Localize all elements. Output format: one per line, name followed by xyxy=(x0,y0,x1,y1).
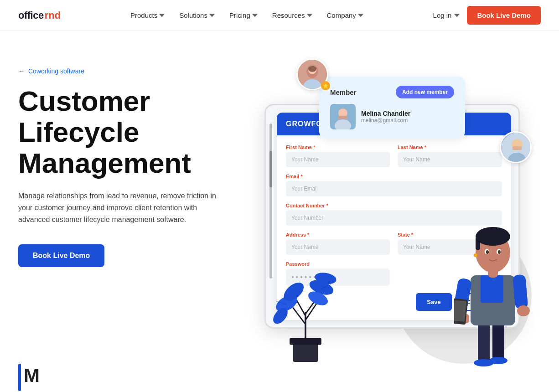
member-email: melina@gmail.com xyxy=(361,117,410,124)
logo[interactable]: officernd xyxy=(18,10,61,21)
last-name-input[interactable] xyxy=(398,152,502,167)
svg-point-32 xyxy=(489,357,507,364)
chevron-down-icon xyxy=(209,13,215,18)
logo-office: office xyxy=(18,10,44,21)
svg-rect-29 xyxy=(478,321,490,362)
second-avatar xyxy=(500,131,532,163)
plant-svg xyxy=(260,262,351,362)
svg-point-45 xyxy=(477,227,509,242)
svg-rect-14 xyxy=(290,338,321,345)
form-group-firstname: First Name * xyxy=(286,144,390,167)
nav-item-pricing[interactable]: Pricing xyxy=(229,11,258,19)
add-member-button[interactable]: Add new member xyxy=(396,86,454,98)
scroll-indicator xyxy=(269,124,272,279)
nav-item-products[interactable]: Products xyxy=(130,11,165,19)
top-avatar-container: ⭐ xyxy=(296,58,328,90)
nav-item-company[interactable]: Company xyxy=(327,11,363,19)
address-label: Address * xyxy=(286,232,390,237)
member-info: Melina Chandler melina@gmail.com xyxy=(361,110,410,124)
hero-cta-button[interactable]: Book Live Demo xyxy=(18,244,104,267)
chevron-down-icon xyxy=(159,13,165,18)
nav-item-solutions[interactable]: Solutions xyxy=(179,11,215,19)
svg-rect-44 xyxy=(476,237,480,250)
logo-rnd: rnd xyxy=(45,10,61,21)
svg-rect-34 xyxy=(481,275,503,303)
hero-left: ← Coworking software Customer Lifecycle … xyxy=(18,58,246,373)
svg-point-50 xyxy=(474,253,477,257)
svg-point-49 xyxy=(498,250,501,254)
chevron-down-icon xyxy=(358,13,363,18)
breadcrumb-arrow: ← xyxy=(18,67,25,75)
svg-rect-12 xyxy=(512,146,522,150)
member-label: Member xyxy=(330,88,357,96)
svg-point-40 xyxy=(517,305,530,316)
person-illustration xyxy=(454,198,532,373)
member-card-header: Member Add new member xyxy=(330,86,454,98)
nav-right: Log in Book Live Demo xyxy=(433,6,541,25)
first-name-label: First Name * xyxy=(286,144,390,150)
breadcrumb-text: Coworking software xyxy=(28,67,84,75)
login-button[interactable]: Log in xyxy=(433,11,460,19)
last-name-label: Last Name * xyxy=(398,144,502,150)
form-row-name: First Name * Last Name * xyxy=(286,144,502,167)
svg-line-16 xyxy=(293,308,306,325)
form-group-lastname: Last Name * xyxy=(398,144,502,167)
hero-title: Customer Lifecycle Management xyxy=(18,86,246,179)
hero-right: ⭐ Member Add new member Melina Chand xyxy=(246,58,541,373)
form-group-address: Address * xyxy=(286,232,390,255)
address-input[interactable] xyxy=(286,239,390,255)
star-badge: ⭐ xyxy=(321,81,330,90)
form-group-email: Email * xyxy=(286,174,502,196)
scroll-thumb xyxy=(269,151,272,187)
svg-point-48 xyxy=(486,250,489,254)
svg-point-4 xyxy=(308,66,316,72)
svg-rect-8 xyxy=(338,116,347,119)
nav-item-resources[interactable]: Resources xyxy=(272,11,312,19)
svg-rect-39 xyxy=(454,300,466,322)
book-demo-button[interactable]: Book Live Demo xyxy=(467,6,541,25)
chevron-down-icon xyxy=(307,13,312,18)
first-name-input[interactable] xyxy=(286,152,390,167)
svg-rect-30 xyxy=(492,321,504,360)
chevron-down-icon xyxy=(454,13,460,18)
hero-section: ← Coworking software Customer Lifecycle … xyxy=(0,31,559,391)
member-avatar-svg xyxy=(330,104,356,129)
breadcrumb: ← Coworking software xyxy=(18,67,246,75)
member-avatar xyxy=(330,104,356,129)
navbar: officernd Products Solutions Pricing Res… xyxy=(0,0,559,31)
member-card: Member Add new member Melina Chandler me… xyxy=(319,77,465,139)
nav-links: Products Solutions Pricing Resources Com… xyxy=(130,11,363,19)
email-label: Email * xyxy=(286,174,502,179)
chevron-down-icon xyxy=(252,13,258,18)
plant-illustration xyxy=(260,262,351,364)
second-avatar-svg xyxy=(501,133,532,163)
email-input[interactable] xyxy=(286,181,502,196)
form-row-email: Email * xyxy=(286,174,502,196)
person-svg xyxy=(454,198,532,371)
save-button[interactable]: Save xyxy=(416,293,451,311)
hero-description: Manage relationships from lead to revenu… xyxy=(18,190,228,226)
member-name: Melina Chandler xyxy=(361,110,410,117)
member-profile: Melina Chandler melina@gmail.com xyxy=(330,104,454,129)
